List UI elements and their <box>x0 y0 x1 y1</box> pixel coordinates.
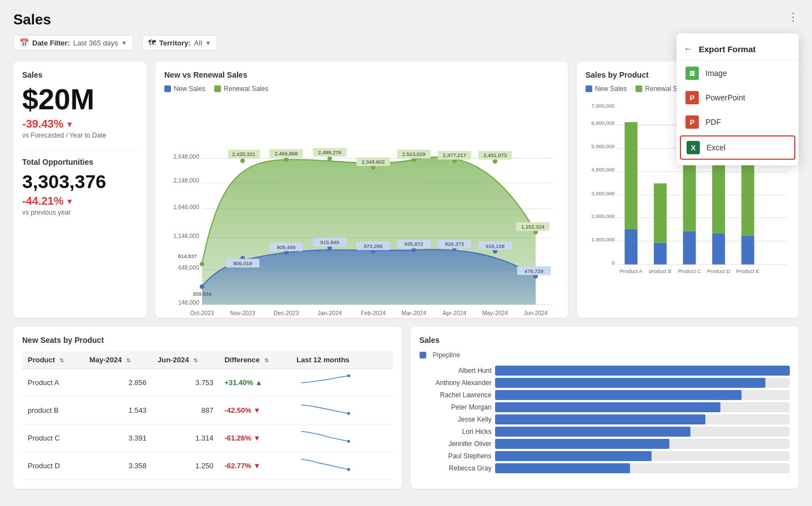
new-vs-renewal-title: New vs Renewal Sales <box>164 70 559 79</box>
bar-track <box>495 451 790 461</box>
svg-text:916,158: 916,158 <box>486 243 505 249</box>
bar-label: Rebecca Gray <box>420 464 492 472</box>
bar-track <box>495 427 790 437</box>
table-header-row: Product ⇅ May-2024 ⇅ Jun-2024 ⇅ Differen… <box>22 351 393 369</box>
svg-text:2,431,073: 2,431,073 <box>483 152 507 158</box>
by-product-legend-new: New Sales <box>586 85 627 93</box>
export-item-ppt[interactable]: P PowerPoint <box>677 85 799 110</box>
sales-down-arrow: ▼ <box>66 120 74 129</box>
cell-product: Product C <box>22 424 84 452</box>
svg-text:2,513,029: 2,513,029 <box>402 151 426 157</box>
pipeline-bar-row: Lori Hicks <box>420 427 790 437</box>
svg-text:4,000,000: 4,000,000 <box>592 166 615 173</box>
cell-last12 <box>291 424 392 452</box>
pipeline-bars-container: Albert Hunt Anthony Alexander Rachel Law… <box>420 366 790 473</box>
cell-last12 <box>291 452 392 480</box>
sales-kpi-vs: vs Forecasted / Year to Date <box>22 131 138 139</box>
svg-text:5,000,000: 5,000,000 <box>592 143 615 149</box>
pipeline-bar-row: Rachel Lawrence <box>420 390 790 400</box>
svg-point-13 <box>240 159 245 163</box>
cell-diff: +31.40% ▲ <box>219 369 291 397</box>
bar-fill <box>495 378 766 388</box>
table-row: Product D 3.358 1.250 -62.77% ▼ <box>22 452 393 480</box>
bar-label: Anthony Alexander <box>420 379 492 387</box>
territory-filter-value: All <box>194 39 202 47</box>
col-last12: Last 12 months <box>291 351 392 369</box>
svg-rect-90 <box>654 243 667 265</box>
cell-jun: 1.314 <box>152 424 219 452</box>
svg-text:May-2024: May-2024 <box>482 310 508 316</box>
pdf-export-icon: P <box>685 115 699 129</box>
svg-rect-92 <box>683 231 696 265</box>
bar-fill <box>495 414 705 424</box>
svg-text:Oct-2023: Oct-2023 <box>190 310 214 316</box>
table-row: Product C 3.391 1.314 -61.26% ▼ <box>22 424 393 452</box>
svg-text:309,034: 309,034 <box>193 291 211 297</box>
export-item-pdf[interactable]: P PDF <box>677 110 799 134</box>
svg-point-43 <box>411 248 416 252</box>
bar-fill <box>495 451 652 461</box>
svg-text:Product A: Product A <box>620 268 643 274</box>
bar-label: Albert Hunt <box>420 367 492 375</box>
svg-text:Product E: Product E <box>737 268 760 274</box>
export-pdf-label: PDF <box>705 118 721 126</box>
page-container: Sales ⋮ 📅 Date Filter: Last 365 days ▼ 🗺… <box>0 0 812 500</box>
opportunities-kpi-label: Total Opportunities <box>22 158 138 166</box>
sort-product-icon[interactable]: ⇅ <box>59 357 64 363</box>
export-header: ← Export Format <box>677 38 799 61</box>
cell-diff: -42.50% ▼ <box>219 397 291 424</box>
col-product: Product ⇅ <box>22 351 84 369</box>
bar-track <box>495 390 790 400</box>
svg-text:Dec-2023: Dec-2023 <box>274 310 299 316</box>
svg-rect-88 <box>624 229 637 265</box>
new-seats-panel: New Seats by Product Product ⇅ May-2024 … <box>13 327 402 489</box>
export-back-icon[interactable]: ← <box>683 43 693 55</box>
export-image-label: Image <box>705 69 727 78</box>
svg-text:2,648,000: 2,648,000 <box>173 154 199 160</box>
sort-jun-icon[interactable]: ⇅ <box>193 357 198 363</box>
col-diff: Difference ⇅ <box>219 351 291 369</box>
territory-filter-chevron: ▼ <box>205 40 211 46</box>
bar-fill <box>495 463 631 473</box>
opportunities-kpi-vs: vs previous year <box>22 209 138 216</box>
by-product-legend-renewal-dot <box>636 85 642 92</box>
svg-point-19 <box>493 159 497 164</box>
sales-pipeline-panel: Sales Pipepline Albert Hunt Anthony Alex… <box>411 327 799 489</box>
legend-new-label: New Sales <box>174 85 205 93</box>
cell-diff: -62.77% ▼ <box>219 452 291 480</box>
page-title: Sales <box>13 11 799 28</box>
svg-text:814,837: 814,837 <box>178 253 197 259</box>
bar-track <box>495 378 790 388</box>
svg-text:2,000,000: 2,000,000 <box>592 213 615 219</box>
territory-filter-button[interactable]: 🗺 Territory: All ▼ <box>142 35 217 50</box>
by-product-legend-new-label: New Sales <box>595 85 627 93</box>
more-options-button[interactable]: ⋮ <box>788 10 799 23</box>
pipeline-bar-row: Rebecca Gray <box>420 463 790 473</box>
cell-jun: 3.753 <box>152 369 219 397</box>
sort-may-icon[interactable]: ⇅ <box>126 357 130 363</box>
table-row: product B 1.543 887 -42.50% ▼ <box>22 397 393 424</box>
cell-last12 <box>291 369 392 397</box>
export-item-image[interactable]: 🖼 Image <box>677 61 799 85</box>
date-filter-value: Last 365 days <box>73 39 118 47</box>
opportunities-down-arrow: ▼ <box>66 197 74 206</box>
export-excel-label: Excel <box>707 143 725 152</box>
bar-label: Rachel Lawrence <box>420 391 492 399</box>
svg-text:1,648,000: 1,648,000 <box>173 204 199 210</box>
svg-text:6,000,000: 6,000,000 <box>592 120 615 126</box>
date-filter-label: Date Filter: <box>32 39 70 47</box>
svg-text:806,018: 806,018 <box>233 260 252 266</box>
col-may: May-2024 ⇅ <box>84 351 152 369</box>
svg-point-104 <box>347 412 350 415</box>
svg-text:1,000,000: 1,000,000 <box>592 236 615 242</box>
cell-may: 3.391 <box>84 424 152 452</box>
sales-kpi-panel: Sales $20M -39.43% ▼ vs Forecasted / Yea… <box>13 62 147 318</box>
pipeline-legend-dot <box>420 352 426 358</box>
pipeline-bar-row: Jesse Kelly <box>420 414 790 424</box>
svg-text:Product D: Product D <box>707 268 730 274</box>
table-row: Product A 2.856 3.753 +31.40% ▲ <box>22 369 393 397</box>
svg-text:Mar-2024: Mar-2024 <box>401 310 426 316</box>
date-filter-button[interactable]: 📅 Date Filter: Last 365 days ▼ <box>13 35 133 50</box>
export-item-excel[interactable]: X Excel <box>680 135 795 160</box>
sort-diff-icon[interactable]: ⇅ <box>264 357 269 363</box>
